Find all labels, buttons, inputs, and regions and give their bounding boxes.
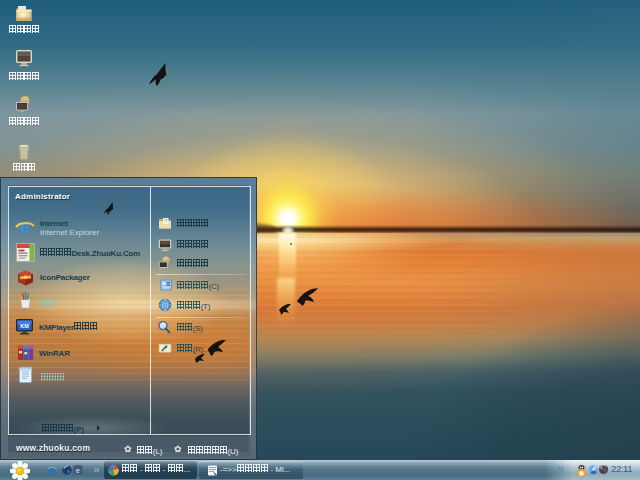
svg-text:e: e: [76, 466, 80, 475]
svg-text:e: e: [48, 463, 55, 477]
